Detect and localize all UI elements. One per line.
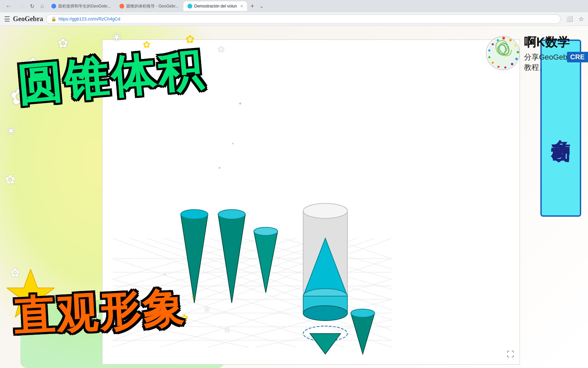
fullscreen-icon[interactable]: ⛶ (507, 350, 514, 359)
tab-bar: ← → ↻ ⌂ 面积老师和学生的GeoGebr... 圆锥的体积推导 - Geo… (0, 0, 588, 12)
dot-5: ✦ (218, 166, 221, 170)
svg-point-61 (488, 49, 490, 51)
svg-point-60 (488, 56, 490, 58)
tab-dropdown-button[interactable]: ⌄ (258, 3, 266, 9)
svg-marker-32 (181, 214, 208, 303)
branding-title: 啊K数学 (524, 34, 581, 51)
flower-deco-9: ✿ (5, 172, 15, 187)
svg-point-58 (497, 66, 500, 68)
home-button[interactable]: ⌂ (38, 2, 47, 11)
svg-point-44 (303, 306, 347, 321)
address-bar-row: ☰ GeoGebra 🔒 https://ggb123.cn/m/RzCh4gC… (0, 12, 588, 26)
svg-point-37 (254, 227, 278, 235)
cone-5-small (310, 334, 341, 354)
dot-4: ✦ (231, 142, 234, 145)
main-content: ✿ ❀ ✿ ✿ ❀ ✿ ✿ ❀ ✿ ✿ ❀ ✿ ✿ ❀ ✿ ✿ ❀ ✿ ✦ ✦ … (0, 26, 588, 368)
right-panel-text: 多种动画 (549, 124, 572, 132)
refresh-button[interactable]: ↻ (27, 2, 37, 11)
restore-icon[interactable]: ⬜ (566, 16, 573, 22)
svg-point-57 (504, 66, 506, 68)
svg-point-35 (218, 210, 245, 219)
svg-point-48 (351, 309, 375, 317)
tab-3-label: Demostración del volun (194, 4, 237, 9)
cone-1 (181, 210, 208, 303)
add-tab-button[interactable]: + (248, 3, 257, 10)
svg-point-54 (517, 51, 519, 53)
flower-deco-17: ❀ (225, 326, 230, 334)
spiral-logo (486, 36, 520, 70)
cone-2 (218, 210, 245, 303)
back-button[interactable]: ← (3, 1, 14, 11)
browser-frame: ← → ↻ ⌂ 面积老师和学生的GeoGebr... 圆锥的体积推导 - Geo… (0, 0, 588, 368)
flower-deco-4: ✿ (185, 33, 195, 46)
flower-deco-5: ❀ (218, 45, 225, 54)
svg-point-52 (509, 39, 512, 42)
url-text: https://ggb123.cn/m/RzCh4gCd (59, 16, 120, 21)
dot-6: ✦ (163, 272, 166, 276)
svg-marker-34 (218, 214, 245, 303)
tab-1[interactable]: 面积老师和学生的GeoGebr... (47, 1, 115, 11)
svg-marker-46 (310, 334, 341, 354)
svg-point-59 (492, 62, 494, 64)
flower-deco-10: ✿ (10, 266, 20, 279)
svg-point-56 (511, 63, 513, 65)
svg-point-63 (497, 39, 499, 41)
svg-point-33 (181, 210, 208, 219)
svg-marker-36 (254, 231, 278, 293)
lock-icon: 🔒 (51, 16, 56, 21)
tab-2-favicon (119, 4, 124, 9)
svg-point-53 (514, 44, 517, 47)
cone-3 (254, 227, 278, 293)
tab-3-favicon (187, 4, 192, 9)
address-bar[interactable]: 🔒 https://ggb123.cn/m/RzCh4gCd (46, 14, 561, 24)
forward-button[interactable]: → (15, 1, 27, 11)
flower-deco-16: ✿ (204, 305, 210, 313)
tab-2-label: 圆锥的体积推导 - GeoGebr... (126, 3, 178, 9)
tab-1-label: 面积老师和学生的GeoGebr... (58, 3, 111, 9)
flower-deco-2: ❀ (112, 31, 121, 43)
svg-point-62 (492, 43, 494, 45)
dot-7: ✦ (191, 294, 195, 300)
flower-deco-8: ❀ (7, 125, 15, 137)
tab-2[interactable]: 圆锥的体积推导 - GeoGebr... (115, 1, 182, 11)
menu-hamburger[interactable]: ☰ (4, 15, 10, 23)
flower-deco-1: ✿ (58, 36, 68, 50)
svg-point-39 (303, 203, 347, 218)
cone-6 (351, 309, 375, 354)
cre-badge: CRE (567, 52, 588, 62)
tab-1-favicon (51, 4, 56, 9)
tab-3[interactable]: Demostración del volun × (183, 1, 247, 11)
app-logo: GeoGebra (13, 15, 43, 23)
bookmark-icon[interactable]: ☆ (578, 15, 584, 23)
tab-3-close[interactable]: × (240, 3, 243, 9)
flower-deco-3: ✿ (143, 40, 150, 50)
title-visual: 直观形象 (12, 281, 186, 345)
svg-point-51 (502, 37, 505, 40)
svg-point-55 (516, 58, 518, 60)
dot-3: ✦ (238, 101, 242, 106)
svg-marker-47 (351, 313, 375, 354)
